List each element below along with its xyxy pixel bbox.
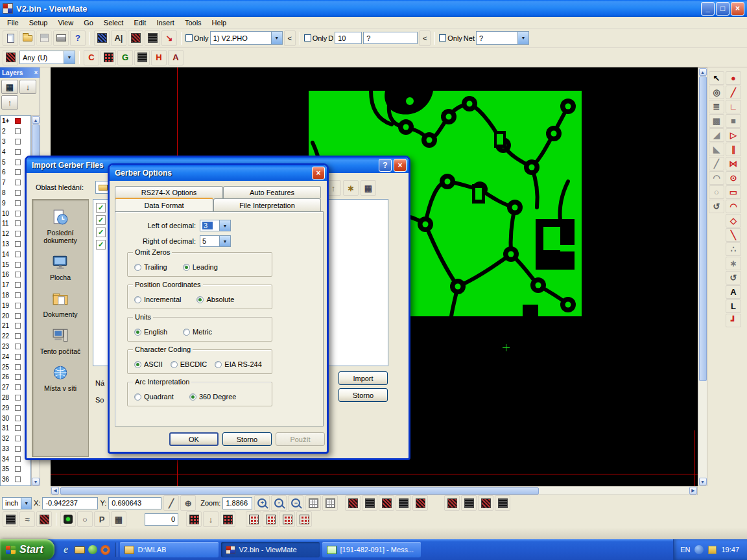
corner-ll-icon[interactable]: ◣ <box>709 143 724 156</box>
dcode-input[interactable]: 10 <box>335 32 362 44</box>
target-tool-icon[interactable]: ⊙ <box>726 171 741 185</box>
dark-grid-icon[interactable] <box>145 30 160 46</box>
scroll-left-icon[interactable]: ◀ <box>51 487 59 495</box>
arc-gray-icon[interactable]: ◠ <box>709 171 724 185</box>
start-button[interactable]: Start <box>0 539 54 560</box>
component-icon[interactable]: C <box>84 50 99 65</box>
grid-toggle-icon[interactable] <box>305 495 321 511</box>
dcode-grid-icon[interactable] <box>94 30 110 46</box>
pad-swatch-3[interactable] <box>279 511 295 527</box>
layer-stack-icon[interactable]: ≣ <box>709 100 724 113</box>
gerber-file-icon[interactable]: ✓ <box>96 203 106 213</box>
menu-edit[interactable]: Edit <box>128 18 151 27</box>
place-my-computer[interactable]: Tento počítač <box>32 327 88 355</box>
hatch-grid-icon[interactable] <box>134 50 150 65</box>
help-button[interactable]: ? <box>379 159 392 172</box>
mirror-tool-icon[interactable]: ⋈ <box>726 157 741 170</box>
undo-tool-icon[interactable]: ↺ <box>726 271 741 285</box>
messenger-tray-icon[interactable] <box>694 545 704 554</box>
only-dcode-checkbox[interactable] <box>304 34 311 41</box>
dot-grid-icon[interactable] <box>186 511 202 527</box>
menu-select[interactable]: Select <box>99 18 129 27</box>
radio-trailing[interactable]: Trailing <box>134 263 167 271</box>
apply-button[interactable]: Použít <box>276 432 325 446</box>
menu-setup[interactable]: Setup <box>24 18 53 27</box>
scroll-up-icon[interactable]: ▲ <box>699 68 707 76</box>
arc-tool-icon[interactable]: ◠ <box>726 200 741 213</box>
menu-insert[interactable]: Insert <box>151 18 180 27</box>
radio-quadrant[interactable]: Quadrant <box>134 393 174 401</box>
pattern-swatch-4[interactable] <box>396 495 411 511</box>
rect-tool-icon[interactable]: ▭ <box>726 185 741 199</box>
only-layer-checkbox[interactable] <box>185 34 193 41</box>
dots-tool-icon[interactable]: ∴ <box>726 242 741 256</box>
zoom-in-icon[interactable]: + <box>254 495 270 511</box>
prev-dcode-button[interactable]: < <box>419 30 431 46</box>
pattern-swatch-8[interactable] <box>478 495 493 511</box>
cancel-button[interactable]: Storno <box>222 432 272 446</box>
chevron-down-icon[interactable]: ▼ <box>517 32 528 44</box>
table-icon[interactable]: ▦ <box>111 511 126 527</box>
text-tool-icon[interactable]: A <box>726 285 741 299</box>
tab-auto-features[interactable]: Auto Features <box>223 186 321 198</box>
tab-rs274-x-options[interactable]: RS274-X Options <box>115 186 223 198</box>
square-tool-icon[interactable]: ■ <box>726 114 741 128</box>
counter-field[interactable]: 0 <box>145 513 178 526</box>
pattern-swatch-1[interactable] <box>345 495 361 511</box>
y-coordinate-field[interactable]: 0.690643 <box>108 497 161 509</box>
any-combo[interactable]: Any (U) ▼ <box>19 51 75 64</box>
task-191-482-091-mess[interactable]: [191-482-091] - Mess... <box>322 542 421 557</box>
prev-layer-button[interactable]: < <box>284 30 296 46</box>
fill-rect-icon[interactable]: ▩ <box>709 114 724 128</box>
tray-app-icon[interactable] <box>708 546 717 554</box>
layer-row-4[interactable]: 4 <box>1 146 30 157</box>
task-d-mlab[interactable]: D:\MLAB <box>120 542 219 557</box>
place-documents[interactable]: Dokumenty <box>32 290 88 318</box>
snap-target-icon[interactable]: ◎ <box>709 86 724 99</box>
scrollbar-thumb[interactable] <box>60 487 539 495</box>
scroll-down-icon[interactable]: ▼ <box>699 478 707 485</box>
new-file-icon[interactable] <box>3 30 18 46</box>
only-net-checkbox[interactable] <box>439 34 446 41</box>
close-icon[interactable]: × <box>34 69 38 76</box>
close-button[interactable]: × <box>394 159 407 172</box>
aperture-text-icon[interactable]: A| <box>111 30 126 46</box>
left-decimal-combo[interactable]: 3 ▼ <box>200 220 231 231</box>
net-combo[interactable]: ? ▼ <box>476 31 529 45</box>
open-folder-icon[interactable] <box>19 30 35 46</box>
layer-up-icon[interactable]: ↑ <box>1 95 18 110</box>
pattern-swatch-5[interactable] <box>412 495 428 511</box>
radio-english[interactable]: English <box>134 328 167 336</box>
task-v2-bin-viewmate[interactable]: V2.bin - ViewMate <box>221 542 320 557</box>
l-tool-icon[interactable]: L <box>726 299 741 313</box>
pattern-swatch-2[interactable] <box>362 495 377 511</box>
layer-table-icon[interactable]: ▦ <box>1 80 18 94</box>
menu-file[interactable]: File <box>2 18 24 27</box>
restore-button[interactable]: □ <box>716 2 729 16</box>
highlight-icon[interactable]: H <box>151 50 167 65</box>
radio-360-degree[interactable]: 360 Degree <box>189 393 237 401</box>
pad-swatch-2[interactable] <box>263 511 278 527</box>
pad-swatch-4[interactable] <box>296 511 312 527</box>
circle-gray-icon[interactable]: ○ <box>709 185 724 199</box>
pattern-swatch-6[interactable] <box>444 495 460 511</box>
hatch-tool-icon[interactable]: ∥ <box>726 143 741 156</box>
minimize-button[interactable]: _ <box>701 2 715 16</box>
gerber-file-icon[interactable]: ✓ <box>96 215 106 225</box>
tab-file-interpretation[interactable]: File Interpretation <box>213 198 321 211</box>
radio-eia-rs-244[interactable]: EIA RS-244 <box>215 360 261 368</box>
gerber-icon[interactable]: G <box>117 50 133 65</box>
gerber-file-icon[interactable]: ✓ <box>96 228 106 237</box>
circle-tool-icon[interactable]: ○ <box>77 511 93 527</box>
layer-row-3[interactable]: 3 <box>1 137 30 147</box>
layer-row-36[interactable]: 36 <box>1 474 30 485</box>
layer-row-35[interactable]: 35 <box>1 464 30 474</box>
text-letter-icon[interactable]: A <box>168 50 184 65</box>
diagonal-measure-icon[interactable]: ╱ <box>163 495 179 511</box>
chevron-down-icon[interactable]: ▼ <box>219 236 230 246</box>
scroll-down-icon[interactable]: ▼ <box>32 478 40 485</box>
place-desktop[interactable]: Plocha <box>32 253 88 281</box>
ie-icon[interactable]: e <box>60 544 71 555</box>
gerber-file-icon[interactable]: ✓ <box>96 240 106 250</box>
hook-tool-icon[interactable]: ┛ <box>726 314 741 327</box>
